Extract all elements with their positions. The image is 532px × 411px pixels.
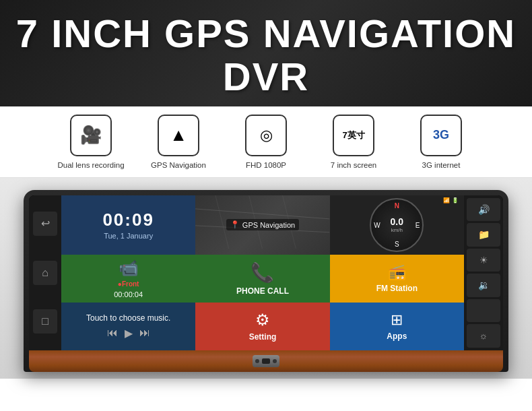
volume-down-button[interactable]: 🔉 xyxy=(467,274,500,297)
home-icon: ⌂ xyxy=(42,267,48,279)
volume-up-button[interactable]: 🔊 xyxy=(467,198,500,222)
record-camera-icon: 📹 xyxy=(119,259,139,278)
next-track-button[interactable]: ⏭ xyxy=(139,327,150,340)
3g-icon-box: 3G xyxy=(420,115,462,156)
right-controls: 🔊 📁 ☀ 🔉 ☼ xyxy=(464,195,503,350)
settings-label: Setting xyxy=(249,332,277,342)
3g-label: 3G internet xyxy=(422,160,461,170)
fhd-icon: ◎ xyxy=(260,127,273,144)
blank-ctrl-1 xyxy=(467,299,500,323)
status-bar: 📶 🔋 xyxy=(64,197,461,205)
back-button[interactable]: ↩ xyxy=(33,212,57,236)
record-dot-label: ●Front xyxy=(118,280,139,288)
prev-track-button[interactable]: ⏮ xyxy=(107,327,118,340)
gps-nav-icon: ▲ xyxy=(170,125,187,146)
compass-east: E xyxy=(415,221,420,228)
brightness-down-button[interactable]: ☼ xyxy=(467,324,500,348)
music-cell[interactable]: Touch to choose music. ⏮ ▶ ⏭ xyxy=(61,303,195,350)
fhd-label: FHD 1080P xyxy=(246,160,286,170)
volume-up-icon: 🔊 xyxy=(478,204,490,215)
brightness-up-button[interactable]: ☀ xyxy=(467,249,500,272)
svg-line-0 xyxy=(195,208,329,218)
settings-gear-icon: ⚙ xyxy=(255,311,270,329)
compass-south: S xyxy=(395,241,399,248)
dual-lens-label: Dual lens recording xyxy=(57,160,124,170)
compass-west: W xyxy=(374,221,380,228)
play-button[interactable]: ▶ xyxy=(125,327,133,340)
apps-cell[interactable]: ⊞ Apps xyxy=(330,303,464,350)
header-section: 7 INCH GPS NAVIGATION DVR xyxy=(0,0,532,106)
screen-grid: 00:09 Tue, 1 January 📍 GPS Navigation xyxy=(61,195,464,350)
date-display: Tue, 1 January xyxy=(104,232,153,240)
phone-label: PHONE CALL xyxy=(236,286,289,296)
power-button[interactable] xyxy=(253,355,279,367)
screen-size-label: 7 inch screen xyxy=(331,160,376,170)
page-title: 7 INCH GPS NAVIGATION DVR xyxy=(13,12,519,98)
device-screen: 📶 🔋 ↩ ⌂ □ 00:09 Tue, 1 xyxy=(29,195,503,350)
settings-cell[interactable]: ⚙ Setting xyxy=(195,303,329,350)
feature-gps: ▲ GPS Navigation xyxy=(135,115,222,170)
btn-dot-2 xyxy=(273,359,277,363)
volume-down-icon: 🔉 xyxy=(478,280,490,290)
folder-icon: 📁 xyxy=(478,229,490,240)
3g-icon: 3G xyxy=(433,128,449,142)
time-display: 00:09 xyxy=(102,210,154,230)
screen-size-icon-box: 7英寸 xyxy=(333,115,374,156)
dual-lens-icon-box: 🎥 xyxy=(70,115,112,156)
speed-display: 0.0 xyxy=(391,216,403,227)
feature-3g: 3G 3G internet xyxy=(397,115,485,170)
btn-rect xyxy=(262,358,270,364)
fhd-icon-box: ◎ xyxy=(245,115,287,156)
gps-pin-icon: 📍 xyxy=(230,220,240,229)
folder-button[interactable]: 📁 xyxy=(467,223,500,247)
brightness-up-icon: ☀ xyxy=(479,255,488,265)
device-shell: 📶 🔋 ↩ ⌂ □ 00:09 Tue, 1 xyxy=(24,190,508,372)
feature-screen-size: 7英寸 7 inch screen xyxy=(310,115,397,170)
phone-cell[interactable]: 📞 PHONE CALL xyxy=(195,255,329,303)
device-section: 📶 🔋 ↩ ⌂ □ 00:09 Tue, 1 xyxy=(0,178,532,379)
phone-icon: 📞 xyxy=(251,261,274,284)
gps-nav-label: 📍 GPS Navigation xyxy=(226,219,299,230)
recent-icon: □ xyxy=(42,315,48,327)
brightness-down-icon: ☼ xyxy=(479,330,488,341)
music-controls: ⏮ ▶ ⏭ xyxy=(107,327,150,340)
music-text: Touch to choose music. xyxy=(86,313,170,323)
wifi-status-icon: 📶 xyxy=(443,197,450,203)
record-time: 00:00:04 xyxy=(114,290,143,298)
compass-center: 0.0 km/h xyxy=(391,216,403,233)
fm-icon: 📻 xyxy=(388,263,406,281)
screen-size-icon: 7英寸 xyxy=(342,129,364,141)
gps-icon-box: ▲ xyxy=(158,115,199,156)
feature-fhd: ◎ FHD 1080P xyxy=(222,115,310,170)
recent-apps-button[interactable]: □ xyxy=(33,309,57,334)
gps-label: GPS Navigation xyxy=(151,160,206,170)
home-button[interactable]: ⌂ xyxy=(33,261,57,285)
wood-panel xyxy=(29,350,503,372)
dual-lens-icon: 🎥 xyxy=(80,125,102,146)
record-cell[interactable]: 📹 ●Front 00:00:04 xyxy=(61,255,195,303)
speed-unit: km/h xyxy=(391,227,403,233)
apps-label: Apps xyxy=(387,331,407,341)
back-icon: ↩ xyxy=(41,217,50,230)
left-sidebar: ↩ ⌂ □ xyxy=(29,195,61,350)
compass-dial: N S E W 0.0 km/h xyxy=(370,198,424,252)
features-bar: 🎥 Dual lens recording ▲ GPS Navigation ◎… xyxy=(0,106,532,178)
feature-dual-lens: 🎥 Dual lens recording xyxy=(47,115,135,170)
fm-label: FM Station xyxy=(376,284,418,293)
btn-dot-1 xyxy=(255,359,259,363)
fm-cell[interactable]: 📻 FM Station xyxy=(330,255,464,303)
apps-grid-icon: ⊞ xyxy=(391,311,403,329)
battery-icon: 🔋 xyxy=(452,197,459,203)
